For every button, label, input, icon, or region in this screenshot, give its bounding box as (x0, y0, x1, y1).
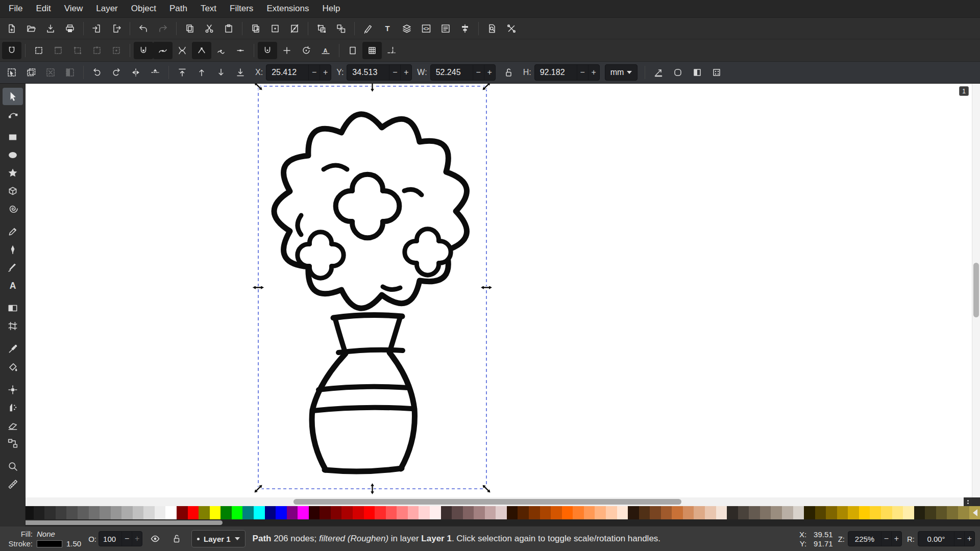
text-dialog-button[interactable]: T (378, 20, 397, 37)
layers-dialog-button[interactable] (397, 20, 416, 37)
palette-swatch[interactable] (133, 506, 144, 519)
menu-view[interactable]: View (58, 0, 90, 17)
fill-stroke-dialog-button[interactable] (358, 20, 378, 37)
palette-swatch[interactable] (716, 506, 727, 519)
palette-swatch[interactable] (287, 506, 298, 519)
palette-swatch[interactable] (143, 506, 155, 519)
stroke-width-value[interactable]: 1.50 (66, 539, 81, 548)
canvas[interactable] (26, 84, 980, 497)
palette-swatch[interactable] (496, 506, 507, 519)
redo-button[interactable] (153, 20, 173, 37)
palette-swatch[interactable] (242, 506, 254, 519)
paint-bucket-tool[interactable] (3, 358, 23, 375)
rotation-decrement[interactable]: − (954, 532, 964, 546)
palette-swatch[interactable] (672, 506, 683, 519)
palette-swatch[interactable] (694, 506, 705, 519)
palette-swatch[interactable] (353, 506, 364, 519)
palette-swatch[interactable] (914, 506, 925, 519)
cut-button[interactable] (200, 20, 219, 37)
ungroup-objects-button[interactable] (331, 20, 351, 37)
palette-swatch[interactable] (936, 506, 947, 519)
palette-swatch[interactable] (199, 506, 210, 519)
rotation-increment[interactable]: + (964, 532, 974, 546)
spiral-tool[interactable] (3, 200, 23, 217)
color-managed-display-toggle[interactable] (964, 497, 972, 506)
snap-bbox-edges-button[interactable] (48, 42, 68, 59)
palette-swatch[interactable] (89, 506, 100, 519)
rotate-90-cw-button[interactable] (107, 64, 126, 81)
palette-swatch[interactable] (232, 506, 243, 519)
palette-swatch[interactable] (804, 506, 815, 519)
palette-swatch[interactable] (881, 506, 892, 519)
y-decrement[interactable]: − (389, 65, 400, 80)
vertical-scrollbar[interactable] (972, 84, 980, 497)
snap-bbox-edge-midpoints-button[interactable] (87, 42, 107, 59)
save-document-button[interactable] (41, 20, 60, 37)
palette-swatch[interactable] (870, 506, 881, 519)
palette-swatch[interactable] (628, 506, 639, 519)
palette-swatch[interactable] (749, 506, 760, 519)
pen-tool[interactable] (3, 241, 23, 258)
snap-others-button[interactable] (258, 42, 277, 59)
palette-swatch[interactable] (837, 506, 848, 519)
palette-swatch[interactable] (683, 506, 694, 519)
palette-swatch[interactable] (892, 506, 903, 519)
palette-swatch[interactable] (254, 506, 265, 519)
invert-selection-button[interactable] (60, 64, 80, 81)
palette-swatch[interactable] (958, 506, 969, 519)
palette-swatch[interactable] (419, 506, 430, 519)
menu-layer[interactable]: Layer (89, 0, 125, 17)
snap-page-border-button[interactable] (343, 42, 362, 59)
palette-swatch[interactable] (408, 506, 419, 519)
h-decrement[interactable]: − (577, 65, 588, 80)
snap-text-baselines-button[interactable]: A (316, 42, 335, 59)
palette-swatch[interactable] (220, 506, 232, 519)
y-increment[interactable]: + (400, 65, 411, 80)
menu-extensions[interactable]: Extensions (260, 0, 315, 17)
scale-rounded-corners-button[interactable] (668, 64, 688, 81)
palette-swatch[interactable] (848, 506, 859, 519)
palette-swatch[interactable] (529, 506, 540, 519)
palette-swatch[interactable] (430, 506, 441, 519)
duplicate-button[interactable] (246, 20, 265, 37)
spray-tool[interactable] (3, 399, 23, 416)
open-document-button[interactable] (21, 20, 41, 37)
palette-swatch[interactable] (826, 506, 837, 519)
x-increment[interactable]: + (320, 65, 331, 80)
node-tool[interactable] (3, 106, 23, 123)
layer-visibility-toggle[interactable] (146, 531, 164, 547)
h-field[interactable]: 92.182 − + (534, 64, 600, 81)
snap-to-paths-button[interactable] (153, 42, 173, 59)
object-properties-button[interactable] (436, 20, 455, 37)
palette-swatch[interactable] (540, 506, 551, 519)
h-increment[interactable]: + (588, 65, 599, 80)
palette-swatch[interactable] (44, 506, 56, 519)
ellipse-tool[interactable] (3, 146, 23, 164)
palette-swatch[interactable] (485, 506, 496, 519)
snap-smooth-nodes-button[interactable] (211, 42, 231, 59)
measure-tool[interactable] (3, 475, 23, 493)
copy-button[interactable] (180, 20, 200, 37)
palette-swatch[interactable] (705, 506, 716, 519)
x-decrement[interactable]: − (308, 65, 320, 80)
snap-grids-button[interactable] (362, 42, 382, 59)
palette-swatch[interactable] (375, 506, 386, 519)
palette-swatch[interactable] (925, 506, 936, 519)
new-document-button[interactable] (2, 20, 21, 37)
undo-button[interactable] (134, 20, 153, 37)
star-tool[interactable] (3, 164, 23, 182)
menu-edit[interactable]: Edit (29, 0, 57, 17)
palette-swatch[interactable] (782, 506, 793, 519)
snap-enable-button[interactable] (2, 42, 21, 59)
palette-scroll-left-button[interactable] (971, 507, 979, 518)
palette-swatch[interactable] (331, 506, 342, 519)
palette-swatch[interactable] (584, 506, 595, 519)
rotate-90-ccw-button[interactable] (87, 64, 107, 81)
palette-swatch[interactable] (100, 506, 111, 519)
horizontal-scrollbar[interactable] (26, 497, 972, 506)
palette-swatch[interactable] (650, 506, 661, 519)
palette-swatch[interactable] (265, 506, 276, 519)
w-increment[interactable]: + (484, 65, 495, 80)
paste-button[interactable] (219, 20, 238, 37)
palette-swatch[interactable] (165, 506, 177, 519)
